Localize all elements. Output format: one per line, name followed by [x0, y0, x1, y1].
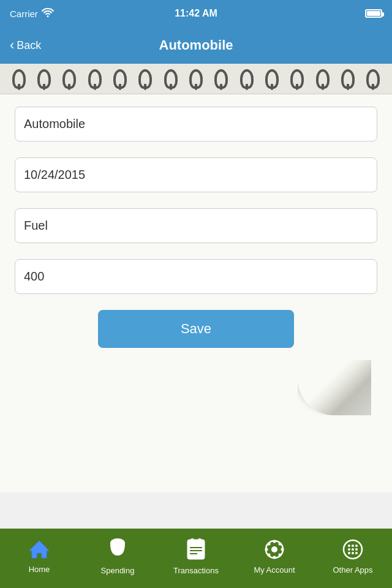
tab-other-apps[interactable]: Other Apps — [314, 529, 392, 588]
svg-point-28 — [352, 552, 354, 554]
svg-rect-8 — [191, 538, 194, 542]
spiral-ring — [138, 69, 152, 89]
nav-bar: ‹ Back Automobile — [0, 27, 392, 64]
spiral-binding — [0, 64, 392, 94]
tab-other-apps-label: Other Apps — [333, 565, 372, 575]
spiral-ring — [214, 69, 228, 89]
status-bar-left: Carrier — [10, 8, 54, 19]
svg-point-14 — [265, 548, 268, 551]
spiral-ring — [113, 69, 127, 89]
spiral-ring — [316, 69, 330, 89]
spiral-ring — [189, 69, 203, 89]
date-input[interactable] — [15, 157, 377, 192]
notebook: Save — [0, 64, 392, 492]
spiral-ring — [290, 69, 304, 89]
svg-point-18 — [268, 553, 271, 556]
wifi-icon — [42, 8, 54, 19]
spiral-ring — [366, 69, 380, 89]
date-field-container — [15, 157, 377, 192]
svg-point-12 — [273, 540, 276, 543]
amount-field-container — [15, 259, 377, 294]
svg-point-24 — [348, 548, 350, 551]
svg-point-19 — [279, 553, 282, 556]
tab-my-account[interactable]: My Account — [235, 529, 314, 588]
back-chevron-icon: ‹ — [10, 37, 14, 53]
tab-home-label: Home — [29, 565, 50, 574]
svg-point-13 — [273, 556, 276, 559]
svg-point-29 — [355, 552, 358, 554]
svg-rect-4 — [187, 540, 205, 544]
tab-bar: Home Spending Transactions — [0, 529, 392, 588]
back-button[interactable]: ‹ Back — [10, 37, 41, 53]
transactions-icon — [186, 538, 206, 564]
svg-point-26 — [355, 548, 358, 551]
back-label: Back — [17, 39, 41, 52]
automobile-field-container — [15, 107, 377, 141]
spiral-ring — [62, 69, 76, 89]
spiral-ring — [265, 69, 279, 89]
spiral-ring — [341, 69, 355, 89]
svg-marker-0 — [29, 541, 49, 558]
svg-point-15 — [281, 548, 284, 551]
svg-point-2 — [110, 538, 125, 548]
spiral-ring — [164, 69, 178, 89]
status-bar: Carrier 11:42 AM — [0, 0, 392, 27]
svg-rect-9 — [198, 538, 201, 542]
spiral-ring — [12, 69, 26, 89]
tab-my-account-label: My Account — [254, 565, 295, 575]
svg-point-23 — [355, 545, 358, 547]
automobile-input[interactable] — [15, 107, 377, 141]
amount-input[interactable] — [15, 259, 377, 294]
spending-icon — [108, 538, 127, 564]
status-bar-time: 11:42 AM — [175, 8, 217, 19]
svg-point-11 — [271, 546, 277, 552]
battery-icon — [365, 9, 382, 18]
spiral-ring — [37, 69, 51, 89]
tab-transactions-label: Transactions — [173, 566, 219, 575]
tab-spending[interactable]: Spending — [78, 529, 157, 588]
page-curl — [298, 360, 371, 415]
carrier-label: Carrier — [10, 9, 38, 19]
spiral-ring — [240, 69, 254, 89]
my-account-icon — [264, 539, 285, 563]
svg-point-17 — [279, 542, 282, 545]
home-icon — [28, 540, 50, 562]
tab-spending-label: Spending — [101, 566, 135, 575]
svg-point-21 — [348, 545, 350, 547]
form-area: Save — [0, 94, 392, 492]
spiral-ring — [88, 69, 102, 89]
nav-title: Automobile — [159, 37, 233, 53]
svg-point-27 — [348, 552, 350, 554]
fuel-input[interactable] — [15, 208, 377, 243]
svg-point-22 — [352, 545, 354, 547]
other-apps-icon — [342, 539, 363, 563]
fuel-field-container — [15, 208, 377, 243]
tab-transactions[interactable]: Transactions — [157, 529, 235, 588]
save-button[interactable]: Save — [98, 310, 294, 348]
status-bar-right — [365, 9, 382, 18]
tab-home[interactable]: Home — [0, 529, 78, 588]
svg-point-16 — [268, 542, 271, 545]
page-curl-container — [15, 348, 377, 421]
svg-point-25 — [352, 548, 354, 551]
